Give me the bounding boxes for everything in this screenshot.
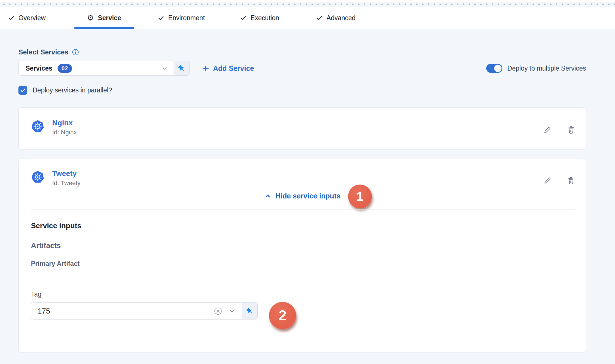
clear-icon[interactable] xyxy=(214,307,222,316)
pin-icon xyxy=(246,307,254,315)
parallel-row: Deploy services in parallel? xyxy=(18,86,112,95)
tag-input[interactable] xyxy=(31,303,208,319)
kubernetes-icon xyxy=(31,120,44,133)
service-id: Id: Nginx xyxy=(52,129,77,136)
gear-icon: ⚙ xyxy=(87,14,94,22)
parallel-label: Deploy services in parallel? xyxy=(33,86,112,94)
check-icon xyxy=(316,15,323,21)
check-icon xyxy=(158,15,164,21)
chevron-down-icon[interactable] xyxy=(228,307,236,315)
select-services-row: Select Services xyxy=(18,48,79,56)
pin-runtime-input-button[interactable] xyxy=(174,61,189,75)
annotation-badge-2: 2 xyxy=(269,302,296,329)
tab-advanced[interactable]: Advanced xyxy=(316,14,355,22)
service-card-head: Tweety Id: Tweety xyxy=(31,169,81,187)
delete-service-button[interactable] xyxy=(566,176,576,185)
service-card-tweety: Tweety Id: Tweety Hide service inpu xyxy=(18,158,586,352)
check-icon xyxy=(240,15,247,21)
tab-overview[interactable]: Overview xyxy=(8,14,46,22)
tab-label: Execution xyxy=(250,14,279,22)
deploy-multiple-toggle[interactable] xyxy=(486,64,502,73)
service-name-link[interactable]: Nginx xyxy=(52,118,77,127)
service-card-head: Nginx Id: Nginx xyxy=(31,118,77,136)
tab-label: Overview xyxy=(18,14,46,22)
services-dropdown[interactable]: Services 02 xyxy=(18,61,190,76)
tab-service[interactable]: ⚙ Service xyxy=(87,14,121,22)
services-dropdown-value: Services xyxy=(26,65,52,72)
chevron-down-icon xyxy=(161,64,169,72)
pin-runtime-input-button[interactable] xyxy=(242,302,258,319)
chevron-up-icon xyxy=(264,192,271,200)
delete-service-button[interactable] xyxy=(566,125,576,134)
info-icon[interactable] xyxy=(72,48,79,56)
hide-service-inputs-label: Hide service inputs xyxy=(275,192,340,200)
service-card-nginx: Nginx Id: Nginx xyxy=(18,107,586,149)
stage-tabbar: Overview ⚙ Service Environment Execution… xyxy=(0,7,615,29)
annotation-badge-1: 1 xyxy=(348,185,372,208)
services-dropdown-main: Services 02 xyxy=(19,61,174,75)
parallel-checkbox[interactable] xyxy=(18,86,27,95)
service-config-page: Overview ⚙ Service Environment Execution… xyxy=(0,0,615,364)
primary-artifact-heading: Primary Artifact xyxy=(31,260,80,268)
tag-label: Tag xyxy=(31,291,41,298)
divider xyxy=(31,209,575,209)
pencil-icon xyxy=(543,125,552,134)
check-icon xyxy=(20,87,26,93)
service-card-actions xyxy=(543,125,576,134)
tab-execution[interactable]: Execution xyxy=(240,14,279,22)
select-services-label: Select Services xyxy=(18,48,68,56)
pencil-icon xyxy=(543,176,552,185)
artifacts-heading: Artifacts xyxy=(31,241,61,250)
services-count-badge: 02 xyxy=(58,64,72,73)
add-service-label: Add Service xyxy=(213,64,254,73)
tab-label: Environment xyxy=(168,14,205,22)
service-inputs-heading: Service inputs xyxy=(31,221,81,230)
check-icon xyxy=(8,15,14,21)
tab-environment[interactable]: Environment xyxy=(158,14,205,22)
service-id: Id: Tweety xyxy=(52,179,81,187)
tag-input-row xyxy=(31,302,258,319)
service-name-link[interactable]: Tweety xyxy=(52,169,81,178)
deploy-multiple-label: Deploy to multiple Services xyxy=(507,65,586,72)
tab-label: Advanced xyxy=(327,14,355,22)
tag-input-box xyxy=(31,302,242,319)
hide-service-inputs-link[interactable]: Hide service inputs xyxy=(19,192,586,200)
kubernetes-icon xyxy=(31,170,44,183)
trash-icon xyxy=(566,125,576,134)
service-card-actions xyxy=(543,176,576,185)
pin-icon xyxy=(178,65,186,72)
edit-service-button[interactable] xyxy=(543,125,552,134)
trash-icon xyxy=(566,176,576,185)
toggle-knob xyxy=(494,65,502,72)
pipeline-canvas-strip xyxy=(0,0,615,7)
tab-label: Service xyxy=(98,14,121,22)
deploy-multiple-row: Deploy to multiple Services xyxy=(486,61,586,76)
plus-icon xyxy=(202,65,210,72)
edit-service-button[interactable] xyxy=(543,176,552,185)
add-service-button[interactable]: Add Service xyxy=(202,61,254,76)
